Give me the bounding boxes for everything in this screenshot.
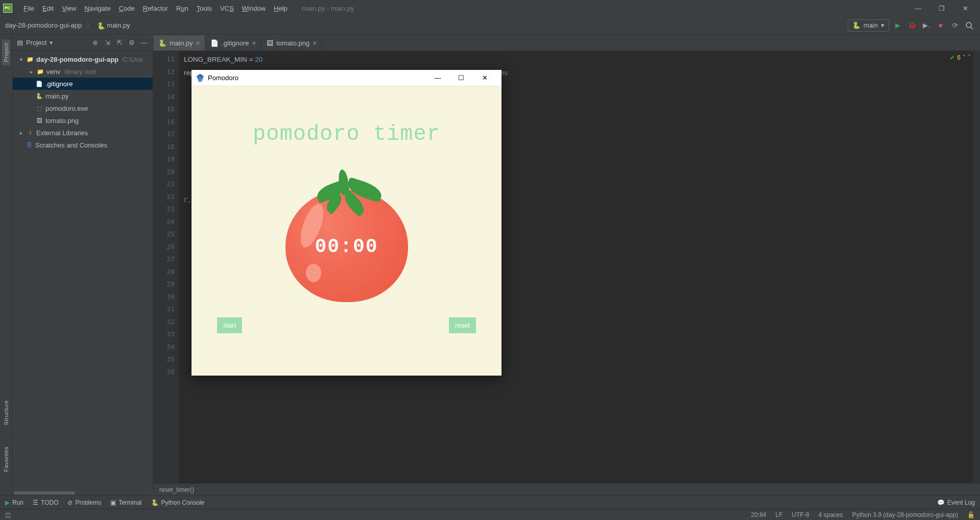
pomodoro-titlebar[interactable]: Pomodoro — ☐ ✕ xyxy=(192,70,501,86)
editor-tab-gitignore[interactable]: 📄 .gitignore × xyxy=(205,35,261,51)
breadcrumb-function[interactable]: reset_timer() xyxy=(159,486,194,493)
pomodoro-minimize-button[interactable]: — xyxy=(426,70,449,86)
tomato-canvas: 00:00 xyxy=(280,169,413,302)
project-panel-title: Project xyxy=(26,39,46,46)
gitignore-file-icon: 📄 xyxy=(210,39,219,47)
breadcrumb-file[interactable]: 🐍main.py xyxy=(98,21,130,30)
python-interpreter[interactable]: Python 3.9 (day-28-pomodoro-gui-app) xyxy=(852,511,958,518)
project-root[interactable]: ▾ 📁 day-28-pomodoro-gui-app C:\Use xyxy=(13,53,153,65)
external-libraries[interactable]: ▸ ⫴ External Libraries xyxy=(13,127,153,139)
tab-label: main.py xyxy=(170,39,193,47)
menu-view[interactable]: View xyxy=(58,3,80,14)
scratches-and-consoles[interactable]: 🗄 Scratches and Consoles xyxy=(13,139,153,151)
editor-tab-tomato-png[interactable]: 🖼 tomato.png × xyxy=(261,35,322,51)
chevron-down-icon[interactable]: ▾ xyxy=(50,39,53,46)
problems-tool-window-button[interactable]: ⊘Problems xyxy=(67,499,101,506)
menu-navigate[interactable]: Navigate xyxy=(80,3,114,14)
readonly-lock-icon[interactable]: 🔓 xyxy=(967,511,975,518)
tk-feather-icon xyxy=(197,74,204,82)
editor-tab-main-py[interactable]: 🐍 main.py × xyxy=(153,35,205,51)
update-button[interactable]: ⟳ xyxy=(949,20,961,31)
menu-edit[interactable]: Edit xyxy=(38,3,58,14)
editor-error-stripe[interactable] xyxy=(973,51,980,483)
run-coverage-button[interactable]: ▶. xyxy=(921,20,932,31)
menu-help[interactable]: Help xyxy=(270,3,292,14)
file-main-py[interactable]: 🐍 main.py xyxy=(13,90,153,102)
hide-panel-icon[interactable]: — xyxy=(139,38,149,47)
menu-window[interactable]: Window xyxy=(238,3,270,14)
chevron-down-icon: ▾ xyxy=(881,21,885,29)
menu-vcs[interactable]: VCS xyxy=(216,3,238,14)
chevron-up-icon[interactable]: ˄ xyxy=(963,54,966,61)
venv-folder[interactable]: ▸ 📁 venv library root xyxy=(13,65,153,78)
expand-all-icon[interactable]: ⇲ xyxy=(103,38,112,47)
svg-line-1 xyxy=(971,27,973,29)
event-log-button[interactable]: 💬Event Log xyxy=(937,499,975,506)
window-doc-title: main.py - main.py xyxy=(302,5,354,12)
structure-tool-tab[interactable]: Structure xyxy=(2,397,10,428)
editor-tabs: 🐍 main.py × 📄 .gitignore × 🖼 tomato.png … xyxy=(153,35,980,51)
bottom-tool-bar: ▶Run ☰TODO ⊘Problems ▣Terminal 🐍Python C… xyxy=(0,496,980,509)
menu-run[interactable]: Run xyxy=(172,3,193,14)
warning-count: 6 xyxy=(957,54,961,61)
pomodoro-app-window: Pomodoro — ☐ ✕ pomodoro timer 00:00 star… xyxy=(192,70,501,376)
breadcrumb-root[interactable]: day-28-pomodoro-gui-app xyxy=(5,21,82,29)
todo-tool-window-button[interactable]: ☰TODO xyxy=(33,499,58,506)
caret-position[interactable]: 20:84 xyxy=(751,511,766,518)
file-tomato-png[interactable]: 🖼 tomato.png xyxy=(13,114,153,127)
menu-file[interactable]: File xyxy=(19,3,38,14)
scratches-icon: 🗄 xyxy=(25,141,33,149)
project-horizontal-scrollbar[interactable] xyxy=(13,490,153,496)
project-tool-tab[interactable]: Project xyxy=(2,40,10,65)
run-tool-window-button[interactable]: ▶Run xyxy=(5,499,23,506)
tab-label: .gitignore xyxy=(222,39,249,47)
menu-tools[interactable]: Tools xyxy=(193,3,216,14)
line-separator[interactable]: LF xyxy=(776,511,783,518)
project-view-icon: ▤ xyxy=(17,39,23,46)
start-button[interactable]: start xyxy=(217,317,242,333)
chevron-down-icon[interactable]: ˅ xyxy=(968,54,971,61)
close-tab-icon[interactable]: × xyxy=(196,39,200,47)
line-number-gutter[interactable]: 11 12 13 14 15 16 17 18 19 20 21 22 23 2… xyxy=(153,51,179,483)
image-file-icon: 🖼 xyxy=(35,116,43,125)
navigation-bar: day-28-pomodoro-gui-app 〉 🐍main.py 🐍 mai… xyxy=(0,16,980,35)
check-icon: ✔ xyxy=(950,54,955,61)
tab-label: tomato.png xyxy=(276,39,309,47)
file-pomodoro-exe[interactable]: ⬚ pomodoro.exe xyxy=(13,102,153,114)
close-tab-icon[interactable]: × xyxy=(252,39,256,47)
file-gitignore[interactable]: 📄 .gitignore xyxy=(13,78,153,90)
stop-button[interactable]: ■ xyxy=(935,20,946,31)
menu-code[interactable]: Code xyxy=(115,3,139,14)
python-console-button[interactable]: 🐍Python Console xyxy=(151,499,205,506)
window-minimize-button[interactable]: — xyxy=(906,0,930,16)
pomodoro-close-button[interactable]: ✕ xyxy=(473,70,496,86)
settings-icon[interactable]: ⚙ xyxy=(127,38,136,47)
inspections-widget[interactable]: ✔ 6 ˄ ˅ xyxy=(950,54,971,61)
terminal-tool-window-button[interactable]: ▣Terminal xyxy=(110,499,141,506)
reset-button[interactable]: reset xyxy=(449,317,476,333)
python-file-icon: 🐍 xyxy=(98,22,105,29)
pomodoro-maximize-button[interactable]: ☐ xyxy=(449,70,473,86)
window-close-button[interactable]: ✕ xyxy=(953,0,977,16)
project-panel: ▤ Project ▾ ⊕ ⇲ ⇱ ⚙ — ▾ 📁 day-28-pomodor… xyxy=(13,35,153,496)
svg-point-0 xyxy=(966,22,971,28)
tool-windows-quick-access-icon[interactable]: ◫ xyxy=(5,511,11,518)
file-encoding[interactable]: UTF-8 xyxy=(792,511,809,518)
folder-icon: 📁 xyxy=(26,55,34,63)
indent-settings[interactable]: 4 spaces xyxy=(819,511,843,518)
image-file-icon: 🖼 xyxy=(267,39,273,47)
editor-breadcrumb-bar[interactable]: reset_timer() xyxy=(153,483,980,496)
select-opened-file-icon[interactable]: ⊕ xyxy=(90,38,100,47)
collapse-all-icon[interactable]: ⇱ xyxy=(115,38,124,47)
run-button[interactable]: ▶ xyxy=(892,20,903,31)
favorites-tool-tab[interactable]: Favorites xyxy=(2,443,10,475)
window-maximize-button[interactable]: ❐ xyxy=(930,0,953,16)
run-configuration-dropdown[interactable]: 🐍 main ▾ xyxy=(848,19,889,32)
search-everywhere-button[interactable] xyxy=(964,20,975,31)
debug-button[interactable]: 🐞 xyxy=(906,20,918,31)
status-bar: ◫ 20:84 LF UTF-8 4 spaces Python 3.9 (da… xyxy=(0,509,980,520)
project-tree[interactable]: ▾ 📁 day-28-pomodoro-gui-app C:\Use ▸ 📁 v… xyxy=(13,51,153,496)
menu-refactor[interactable]: Refactor xyxy=(139,3,172,14)
pomodoro-window-title: Pomodoro xyxy=(208,74,238,82)
close-tab-icon[interactable]: × xyxy=(313,39,317,47)
